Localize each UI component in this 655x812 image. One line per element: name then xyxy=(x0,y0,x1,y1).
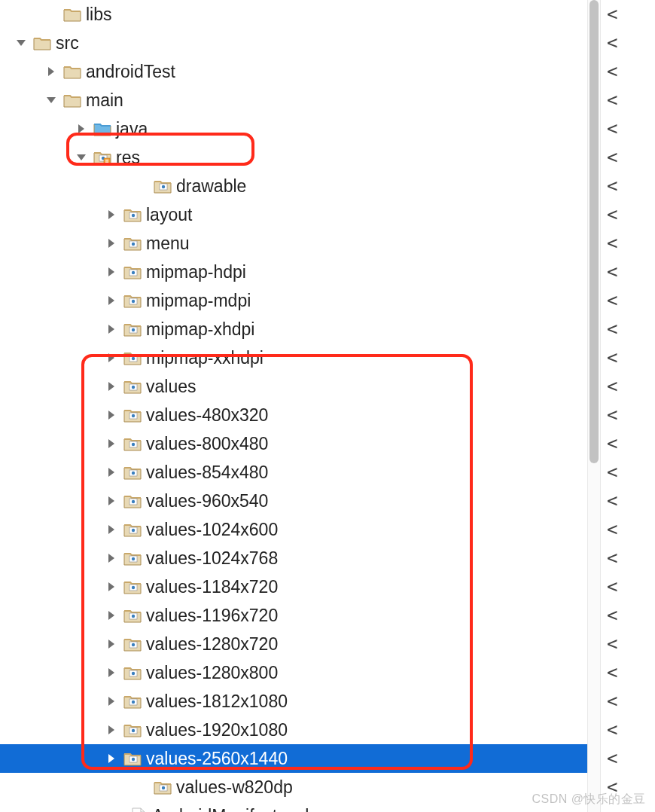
tree-item-values-1920x1080[interactable]: values-1920x1080 xyxy=(0,716,587,744)
editor-line: < xyxy=(607,86,655,114)
folder-dot-icon xyxy=(123,550,142,566)
tree-item-label: java xyxy=(116,119,148,139)
tree-item-label: values-1024x600 xyxy=(146,520,278,540)
chevron-right-icon[interactable] xyxy=(105,695,117,707)
tree-item-values-480x320[interactable]: values-480x320 xyxy=(0,401,587,429)
tree-item-values-960x540[interactable]: values-960x540 xyxy=(0,487,587,515)
svg-point-28 xyxy=(132,500,135,503)
tree-scrollbar[interactable] xyxy=(587,0,601,812)
tree-item-values-1280x800[interactable]: values-1280x800 xyxy=(0,658,587,687)
chevron-right-icon[interactable] xyxy=(105,438,117,450)
tree-item-java[interactable]: java xyxy=(0,114,587,143)
chevron-right-icon[interactable] xyxy=(105,266,117,278)
xml-file-icon xyxy=(129,807,148,812)
chevron-right-icon[interactable] xyxy=(105,323,117,335)
folder-dot-icon xyxy=(123,664,142,681)
editor-line: < xyxy=(607,572,655,601)
tree-item-values-w820dp[interactable]: values-w820dp xyxy=(0,773,587,801)
tree-item-mipmap-mdpi[interactable]: mipmap-mdpi xyxy=(0,286,587,315)
tree-item-label: mipmap-mdpi xyxy=(146,291,251,311)
svg-point-44 xyxy=(132,729,135,732)
tree-item-values-2560x1440[interactable]: values-2560x1440 xyxy=(0,744,587,773)
editor-line: < xyxy=(607,687,655,716)
tree-item-values-1280x720[interactable]: values-1280x720 xyxy=(0,630,587,658)
chevron-right-icon[interactable] xyxy=(105,380,117,392)
tree-item-values-854x480[interactable]: values-854x480 xyxy=(0,458,587,487)
editor-line: < xyxy=(607,515,655,544)
tree-item-values-1024x600[interactable]: values-1024x600 xyxy=(0,515,587,544)
chevron-right-icon[interactable] xyxy=(105,581,117,593)
chevron-right-icon[interactable] xyxy=(105,609,117,621)
chevron-right-icon[interactable] xyxy=(105,409,117,421)
chevron-right-icon[interactable] xyxy=(105,552,117,564)
svg-point-48 xyxy=(162,786,165,789)
editor-panel[interactable]: <<<<<<<<<<<<<<<<<<<<<<<<<<<< xyxy=(601,0,655,812)
tree-item-label: res xyxy=(116,148,140,168)
chevron-right-icon[interactable] xyxy=(105,638,117,650)
svg-point-30 xyxy=(132,529,135,532)
chevron-down-icon[interactable] xyxy=(45,94,57,106)
chevron-right-icon[interactable] xyxy=(105,352,117,364)
chevron-right-icon[interactable] xyxy=(105,295,117,307)
chevron-right-icon[interactable] xyxy=(105,524,117,536)
tree-item-label: values-1196x720 xyxy=(146,606,278,626)
tree-item-values-1196x720[interactable]: values-1196x720 xyxy=(0,601,587,630)
chevron-right-icon[interactable] xyxy=(105,667,117,679)
tree-item-src[interactable]: src xyxy=(0,29,587,57)
editor-line: < xyxy=(607,544,655,572)
chevron-right-icon[interactable] xyxy=(75,123,87,135)
scrollbar-thumb[interactable] xyxy=(590,0,599,463)
tree-item-androidmanifest-xml[interactable]: AndroidManifest.xml xyxy=(0,801,587,812)
tree-item-libs[interactable]: libs xyxy=(0,0,587,29)
tree-item-androidtest[interactable]: androidTest xyxy=(0,57,587,86)
tree-item-label: values-1184x720 xyxy=(146,577,278,597)
editor-line: < xyxy=(607,372,655,401)
tree-item-label: AndroidManifest.xml xyxy=(152,806,309,813)
chevron-right-icon[interactable] xyxy=(105,237,117,249)
tree-item-mipmap-xhdpi[interactable]: mipmap-xhdpi xyxy=(0,315,587,343)
folder-dot-icon xyxy=(123,206,142,223)
project-tree[interactable]: libssrcandroidTestmainjavaresdrawablelay… xyxy=(0,0,587,812)
folder-dot-icon xyxy=(123,521,142,538)
folder-icon xyxy=(63,63,81,80)
watermark: CSDN @快乐的金豆 xyxy=(532,792,646,807)
chevron-right-icon[interactable] xyxy=(105,724,117,736)
chevron-right-icon[interactable] xyxy=(105,495,117,507)
tree-item-label: androidTest xyxy=(86,62,175,82)
tree-item-values-800x480[interactable]: values-800x480 xyxy=(0,429,587,458)
tree-item-label: values-1024x768 xyxy=(146,548,278,569)
tree-item-mipmap-xxhdpi[interactable]: mipmap-xxhdpi xyxy=(0,343,587,372)
svg-point-16 xyxy=(132,328,135,331)
editor-line: < xyxy=(607,343,655,372)
tree-item-values[interactable]: values xyxy=(0,372,587,401)
tree-item-layout[interactable]: layout xyxy=(0,200,587,229)
chevron-down-icon[interactable] xyxy=(75,151,87,163)
tree-item-drawable[interactable]: drawable xyxy=(0,172,587,200)
tree-item-label: src xyxy=(56,33,79,53)
tree-item-label: layout xyxy=(146,205,192,225)
chevron-right-icon[interactable] xyxy=(105,752,117,765)
chevron-right-icon[interactable] xyxy=(105,209,117,221)
chevron-right-icon[interactable] xyxy=(105,466,117,478)
tree-item-values-1024x768[interactable]: values-1024x768 xyxy=(0,544,587,572)
folder-dot-icon xyxy=(154,779,172,795)
tree-item-res[interactable]: res xyxy=(0,143,587,172)
tree-item-values-1184x720[interactable]: values-1184x720 xyxy=(0,572,587,601)
editor-line: < xyxy=(607,487,655,515)
tree-item-label: menu xyxy=(146,234,190,254)
tree-item-menu[interactable]: menu xyxy=(0,229,587,258)
tree-item-label: values-960x540 xyxy=(146,491,268,511)
tree-item-main[interactable]: main xyxy=(0,86,587,114)
folder-dot-icon xyxy=(123,693,142,710)
folder-dot-icon xyxy=(123,235,142,252)
chevron-down-icon[interactable] xyxy=(15,37,27,49)
tree-item-values-1812x1080[interactable]: values-1812x1080 xyxy=(0,687,587,716)
folder-dot-icon xyxy=(123,493,142,509)
tree-item-label: values-480x320 xyxy=(146,405,268,426)
svg-point-18 xyxy=(132,357,135,360)
svg-point-24 xyxy=(132,443,135,446)
tree-item-label: values-1812x1080 xyxy=(146,691,288,712)
svg-point-12 xyxy=(132,271,135,274)
chevron-right-icon[interactable] xyxy=(45,66,57,78)
tree-item-mipmap-hdpi[interactable]: mipmap-hdpi xyxy=(0,258,587,286)
